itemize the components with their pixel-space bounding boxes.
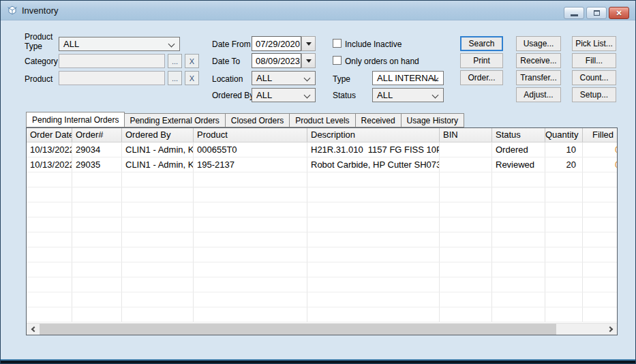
cell [27,202,72,217]
scroll-right-button[interactable] [605,324,617,335]
only-orders-on-hand-checkbox[interactable] [333,56,342,65]
orders-table: Order DateOrder#Ordered ByProductDescrip… [26,127,618,335]
cell: 0 [583,157,618,172]
cell [122,202,194,217]
cell: 0 [583,142,618,157]
tab-strip: Pending Internal OrdersPending External … [26,112,464,127]
window-title: Inventory [22,1,58,20]
cell [583,202,618,217]
maximize-button[interactable] [586,7,607,19]
table-empty-row [27,307,617,322]
tab-pending-internal-orders[interactable]: Pending Internal Orders [26,112,125,127]
table-row[interactable]: 10/13/202229034CLIN1 - Admin, K000655T0H… [27,142,617,157]
cell [492,262,545,277]
date-to-dropdown-button[interactable] [301,53,316,68]
table-empty-row [27,217,617,232]
product-type-select[interactable]: ALL [59,37,180,51]
ordered-by-select[interactable]: ALL [252,88,316,102]
cell [440,262,492,277]
tab-closed-orders[interactable]: Closed Orders [226,113,290,127]
product-browse-button[interactable]: ... [168,71,182,85]
cell [307,172,440,187]
scrollbar-thumb[interactable] [40,324,556,335]
titlebar[interactable]: Inventory ✕ [1,1,635,20]
receive-button[interactable]: Receive... [516,53,561,68]
cell: 195-2137 [194,157,307,172]
category-browse-button[interactable]: ... [168,54,182,68]
column-header-status[interactable]: Status [492,128,545,142]
usage-button[interactable]: Usage... [516,36,561,51]
setup-button[interactable]: Setup... [572,87,616,102]
pick-list-button[interactable]: Pick List... [572,36,616,51]
cell [440,187,492,202]
cell [27,247,72,262]
column-header-quantity[interactable]: Quantity [545,128,583,142]
cell [440,142,492,157]
date-from-label: Date From [212,40,251,49]
location-select[interactable]: ALL [252,71,316,85]
product-clear-button[interactable]: X [185,71,199,85]
column-header-ordered-by[interactable]: Ordered By [122,128,194,142]
inventory-window: Inventory ✕ Product Type ALL Category ..… [0,0,636,364]
scroll-left-button[interactable] [27,324,39,335]
cell [27,262,72,277]
column-header-filled[interactable]: Filled [583,128,618,142]
fill-button[interactable]: Fill... [572,53,616,68]
print-button[interactable]: Print [460,53,503,68]
chevron-right-icon [607,327,612,332]
tab-pending-external-orders[interactable]: Pending External Orders [124,113,225,127]
column-header-bin[interactable]: BIN [440,128,492,142]
cell [122,232,194,247]
cell [122,172,194,187]
cell [583,217,618,232]
chevron-left-icon [31,327,36,332]
table-row[interactable]: 10/13/202229035CLIN1 - Admin, K195-2137R… [27,157,617,172]
cell [307,277,440,292]
cell [492,172,545,187]
date-to-input[interactable]: 08/09/2023 [252,53,301,68]
order-button[interactable]: Order... [460,70,503,85]
table-empty-row [27,292,617,307]
cell [583,277,618,292]
cell [27,172,72,187]
cell [27,232,72,247]
search-button[interactable]: Search [460,36,503,51]
tab-product-levels[interactable]: Product Levels [290,113,355,127]
column-header-order-date[interactable]: Order Date [27,128,72,142]
column-header-description[interactable]: Description [307,128,440,142]
type-select[interactable]: ALL INTERNAL [372,71,444,85]
minimize-button[interactable] [564,7,584,19]
table-empty-row [27,202,617,217]
chevron-down-icon [304,92,311,99]
transfer-button[interactable]: Transfer... [516,70,561,85]
cell [72,247,122,262]
cell [583,292,618,307]
cell [545,262,583,277]
cell: 000655T0 [194,142,307,157]
cell [72,262,122,277]
cell [72,292,122,307]
close-button[interactable]: ✕ [609,7,629,19]
column-header-product[interactable]: Product [194,128,307,142]
window-bottom-shadow [1,361,635,363]
category-clear-button[interactable]: X [185,54,199,68]
tab-received[interactable]: Received [356,113,402,127]
column-header-order[interactable]: Order# [72,128,122,142]
adjust-button[interactable]: Adjust... [516,87,561,102]
cell: 20 [545,157,583,172]
cell [492,307,545,322]
date-from-dropdown-button[interactable] [301,36,316,51]
date-from-input[interactable]: 07/29/2020 [252,36,301,51]
cell [545,187,583,202]
cell [122,187,194,202]
status-select[interactable]: ALL [372,88,444,102]
cell [72,232,122,247]
include-inactive-checkbox[interactable] [333,39,342,48]
tab-usage-history[interactable]: Usage History [402,113,464,127]
cell [27,217,72,232]
horizontal-scrollbar[interactable] [27,323,617,335]
count-button[interactable]: Count... [572,70,616,85]
cell [440,247,492,262]
cell [27,277,72,292]
cell: 10/13/2022 [27,142,72,157]
